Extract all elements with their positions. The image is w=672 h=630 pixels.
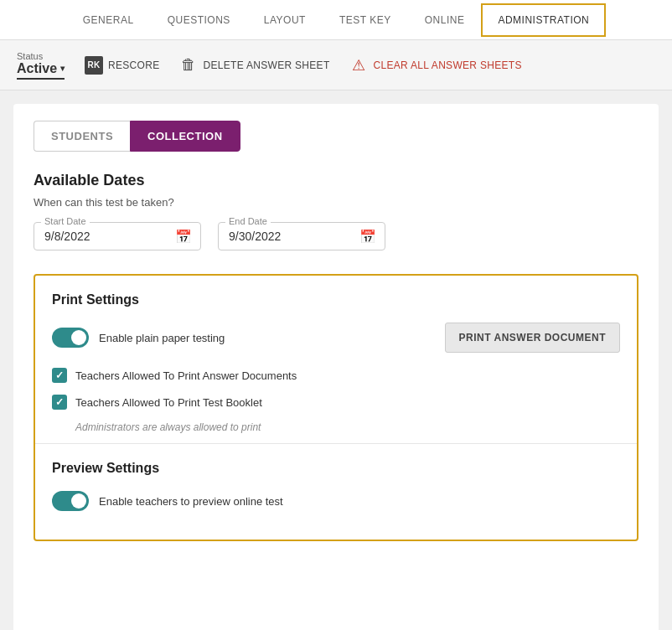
allow-teachers-print-booklet-row: ✓ Teachers Allowed To Print Test Booklet xyxy=(52,395,620,410)
enable-preview-toggle[interactable] xyxy=(52,491,89,511)
allow-teachers-print-answers-label: Teachers Allowed To Print Answer Documen… xyxy=(75,369,297,382)
start-date-calendar-icon[interactable]: 📅 xyxy=(175,229,192,245)
status-label: Status xyxy=(17,51,65,61)
tab-collection[interactable]: COLLECTION xyxy=(130,121,240,152)
end-date-field[interactable]: End Date 9/30/2022 📅 xyxy=(218,222,385,250)
status-bar: Status Active ▾ RK RESCORE 🗑 DELETE ANSW… xyxy=(0,40,672,90)
nav-general[interactable]: GENERAL xyxy=(66,3,151,38)
enable-preview-label: Enable teachers to preview online test xyxy=(99,495,283,508)
trash-icon: 🗑 xyxy=(179,56,198,75)
main-content: STUDENTS COLLECTION Available Dates When… xyxy=(13,104,659,630)
nav-test-key[interactable]: TEST KEY xyxy=(323,3,408,38)
checkmark-icon: ✓ xyxy=(55,369,64,381)
toggle-thumb xyxy=(71,330,86,345)
status-group: Status Active ▾ xyxy=(17,51,65,80)
end-date-calendar-icon[interactable]: 📅 xyxy=(359,229,376,245)
allow-teachers-print-booklet-label: Teachers Allowed To Print Test Booklet xyxy=(75,396,262,409)
delete-answer-sheet-label: DELETE ANSWER SHEET xyxy=(203,59,329,71)
end-date-value: 9/30/2022 xyxy=(229,230,304,243)
available-dates-section: Available Dates When can this test be ta… xyxy=(34,172,638,250)
tab-students[interactable]: STUDENTS xyxy=(34,121,130,152)
enable-plain-paper-row: Enable plain paper testing PRINT ANSWER … xyxy=(52,323,620,353)
rescore-label: RESCORE xyxy=(108,59,159,71)
nav-questions[interactable]: QUESTIONS xyxy=(151,3,247,38)
delete-answer-sheet-button[interactable]: 🗑 DELETE ANSWER SHEET xyxy=(179,56,329,75)
status-value-text: Active xyxy=(17,61,57,76)
end-date-label: End Date xyxy=(225,216,271,226)
start-date-field[interactable]: Start Date 9/8/2022 📅 xyxy=(34,222,201,250)
nav-online[interactable]: ONLINE xyxy=(408,3,482,38)
print-settings-title: Print Settings xyxy=(52,292,620,307)
top-navigation: GENERAL QUESTIONS LAYOUT TEST KEY ONLINE… xyxy=(0,0,672,40)
start-date-value: 9/8/2022 xyxy=(44,230,114,243)
rescore-button[interactable]: RK RESCORE xyxy=(85,56,159,75)
enable-plain-paper-toggle[interactable] xyxy=(52,328,89,348)
date-fields: Start Date 9/8/2022 📅 End Date 9/30/2022… xyxy=(34,222,638,250)
available-dates-subtitle: When can this test be taken? xyxy=(34,196,638,209)
rescore-icon: RK xyxy=(85,56,103,75)
nav-layout[interactable]: LAYOUT xyxy=(247,3,323,38)
print-settings-section: Print Settings Enable plain paper testin… xyxy=(34,274,638,541)
chevron-down-icon: ▾ xyxy=(60,64,65,73)
print-answer-document-button[interactable]: PRINT ANSWER DOCUMENT xyxy=(445,323,620,353)
allow-teachers-print-answers-checkbox[interactable]: ✓ xyxy=(52,368,67,383)
nav-administration[interactable]: ADMINISTRATION xyxy=(481,3,606,37)
preview-settings-section: Preview Settings Enable teachers to prev… xyxy=(52,461,620,511)
preview-toggle-thumb xyxy=(71,493,86,509)
warning-icon: ⚠ xyxy=(350,56,369,75)
enable-preview-row: Enable teachers to preview online test xyxy=(52,491,620,511)
allow-teachers-print-booklet-checkbox[interactable]: ✓ xyxy=(52,395,67,410)
preview-settings-title: Preview Settings xyxy=(52,461,620,476)
checkmark-icon-2: ✓ xyxy=(55,396,64,408)
enable-plain-paper-label: Enable plain paper testing xyxy=(99,332,225,344)
start-date-label: Start Date xyxy=(41,216,90,226)
available-dates-title: Available Dates xyxy=(34,172,638,189)
enable-plain-paper-toggle-group: Enable plain paper testing xyxy=(52,328,225,348)
admin-note: Administrators are always allowed to pri… xyxy=(75,421,620,433)
allow-teachers-print-answers-row: ✓ Teachers Allowed To Print Answer Docum… xyxy=(52,368,620,383)
clear-answer-sheets-label: CLEAR ALL ANSWER SHEETS xyxy=(374,59,522,71)
clear-all-answer-sheets-button[interactable]: ⚠ CLEAR ALL ANSWER SHEETS xyxy=(350,56,522,75)
status-dropdown[interactable]: Active ▾ xyxy=(17,61,65,80)
section-divider xyxy=(35,443,637,444)
content-tabs: STUDENTS COLLECTION xyxy=(34,121,638,152)
